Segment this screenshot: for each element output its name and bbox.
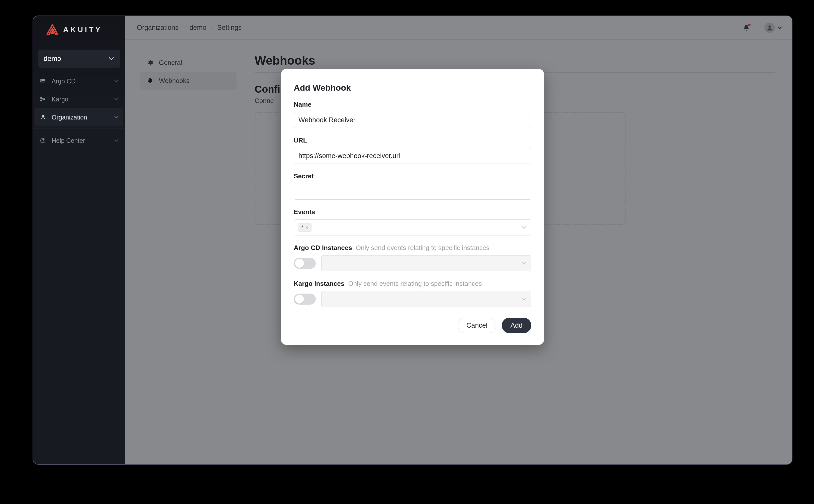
- org-icon: [40, 114, 46, 120]
- name-input[interactable]: [294, 112, 531, 128]
- argo-instances-label: Argo CD Instances Only send events relat…: [294, 244, 531, 252]
- divider: [33, 128, 125, 129]
- name-label: Name: [294, 101, 531, 108]
- kargo-instances-toggle[interactable]: [294, 294, 316, 305]
- secret-label: Secret: [294, 172, 531, 180]
- svg-rect-0: [41, 79, 45, 80]
- sidebar: AKUITY demo Argo CD Kargo: [33, 16, 125, 464]
- chevron-down-icon: [522, 297, 527, 301]
- app-window: AKUITY demo Argo CD Kargo: [33, 16, 792, 465]
- help-icon: [40, 137, 46, 144]
- argo-instances-toggle[interactable]: [294, 258, 316, 269]
- chevron-down-icon: [522, 226, 527, 229]
- modal-actions: Cancel Add: [294, 318, 531, 333]
- kargo-instances-select[interactable]: [321, 291, 531, 307]
- chevron-down-icon: [114, 116, 118, 119]
- events-tag-value: *: [301, 224, 303, 231]
- sidebar-item-label: Help Center: [52, 137, 114, 144]
- chevron-down-icon: [114, 98, 118, 101]
- svg-point-6: [44, 116, 45, 117]
- sidebar-item-kargo[interactable]: Kargo: [35, 90, 123, 108]
- sidebar-item-label: Kargo: [52, 96, 114, 103]
- svg-point-8: [43, 142, 43, 142]
- brand-name: AKUITY: [63, 26, 102, 34]
- sidebar-item-help-center[interactable]: Help Center: [35, 132, 123, 150]
- add-webhook-modal: Add Webhook Name URL Secret Events * ×: [281, 69, 544, 345]
- argo-instances-select[interactable]: [321, 255, 531, 271]
- svg-point-5: [42, 115, 44, 117]
- sidebar-item-label: Organization: [52, 114, 114, 121]
- sidebar-item-argocd[interactable]: Argo CD: [35, 72, 123, 90]
- events-label: Events: [294, 208, 531, 216]
- cancel-button[interactable]: Cancel: [458, 318, 496, 333]
- kargo-instances-label: Kargo Instances Only send events relatin…: [294, 280, 531, 288]
- events-select[interactable]: * ×: [294, 219, 531, 235]
- share-nodes-icon: [40, 96, 46, 102]
- chevron-down-icon: [114, 80, 118, 83]
- close-icon[interactable]: ×: [305, 225, 308, 230]
- kargo-instances-label-text: Kargo Instances: [294, 280, 344, 287]
- brand-logo: AKUITY: [33, 16, 125, 43]
- sidebar-item-organization[interactable]: Organization: [35, 108, 123, 126]
- chevron-down-icon: [114, 139, 118, 142]
- url-label: URL: [294, 137, 531, 144]
- svg-rect-1: [41, 81, 45, 82]
- events-tag[interactable]: * ×: [298, 223, 311, 232]
- argo-instances-label-text: Argo CD Instances: [294, 244, 352, 251]
- layers-icon: [40, 78, 46, 84]
- org-selector-label: demo: [44, 55, 61, 63]
- toggle-knob: [295, 259, 304, 268]
- modal-title: Add Webhook: [294, 83, 531, 93]
- chevron-down-icon: [522, 262, 527, 265]
- sidebar-item-label: Argo CD: [52, 78, 114, 85]
- url-input[interactable]: [294, 148, 531, 164]
- toggle-knob: [295, 295, 304, 304]
- chevron-down-icon: [109, 57, 114, 60]
- nav-group-primary: Argo CD Kargo Organization: [33, 72, 125, 126]
- secret-input[interactable]: [294, 184, 531, 200]
- add-button[interactable]: Add: [502, 318, 531, 333]
- logo-mark-icon: [46, 24, 59, 35]
- argo-instances-hint: Only send events relating to specific in…: [356, 244, 490, 251]
- kargo-instances-hint: Only send events relating to specific in…: [348, 280, 482, 287]
- org-selector[interactable]: demo: [38, 50, 120, 68]
